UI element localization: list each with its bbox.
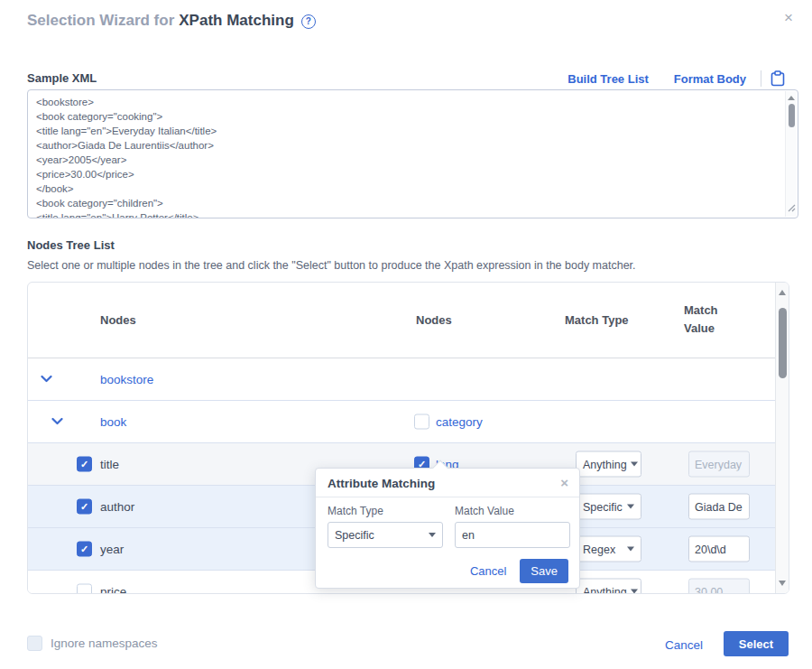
textarea-scrollbar[interactable] [785, 91, 797, 217]
xml-line: <book category="children"> [36, 196, 780, 210]
scroll-up-icon[interactable] [779, 290, 786, 295]
scrollbar-thumb[interactable] [779, 308, 787, 378]
match-type-label: Match Type [328, 505, 443, 517]
ignore-namespaces-control: Ignore namespaces [27, 636, 158, 651]
check-icon: ✓ [80, 544, 88, 554]
page-title: Selection Wizard forXPath Matching? [27, 12, 316, 30]
table-row-book: book category [28, 401, 789, 443]
match-type-select-author[interactable]: Specific [576, 494, 641, 520]
chevron-down-icon[interactable] [41, 376, 52, 384]
dialog-close-icon[interactable]: × [784, 10, 793, 25]
caret-down-icon [627, 505, 634, 509]
match-type-value: Anything [583, 585, 627, 594]
scroll-up-icon[interactable] [788, 96, 795, 100]
header-match-value: Match Value [684, 302, 725, 339]
popup-body: Match Type Specific Match Value [316, 497, 579, 548]
caret-down-icon [631, 462, 638, 467]
title-checkbox[interactable]: ✓ [77, 457, 92, 472]
match-type-select-price[interactable]: Anything [576, 579, 641, 595]
caret-down-icon [631, 590, 638, 594]
resize-handle-icon[interactable] [788, 200, 796, 216]
sample-xml-label: Sample XML [27, 71, 97, 85]
help-icon[interactable]: ? [301, 14, 316, 29]
node-label-year: year [100, 543, 124, 556]
year-checkbox[interactable]: ✓ [77, 542, 92, 557]
table-scrollbar[interactable] [775, 283, 789, 593]
match-value-label: Match Value [455, 505, 570, 517]
xml-line: <bookstore> [36, 95, 780, 109]
scroll-down-icon[interactable] [779, 581, 786, 586]
header-nodes-1: Nodes [100, 311, 136, 330]
node-link-bookstore[interactable]: bookstore [100, 373, 153, 386]
footer-cancel-link[interactable]: Cancel [665, 638, 703, 652]
ignore-namespaces-checkbox[interactable] [27, 636, 42, 651]
sample-xml-content: <bookstore> <book category="cooking"> <t… [28, 90, 798, 218]
author-checkbox[interactable]: ✓ [77, 499, 92, 515]
page-title-prefix: Selection Wizard for [27, 12, 174, 29]
caret-down-icon [627, 547, 634, 552]
match-value-input-price[interactable] [688, 579, 750, 595]
format-body-link[interactable]: Format Body [674, 72, 746, 86]
popup-cancel-link[interactable]: Cancel [470, 564, 506, 578]
match-type-value: Anything [583, 458, 627, 470]
popup-footer: Cancel Save [316, 548, 579, 583]
xml-line: <title lang="en">Harry Potter</title> [36, 210, 780, 218]
node-label-author: author [100, 500, 134, 514]
ignore-namespaces-label: Ignore namespaces [51, 636, 158, 650]
header-nodes-2: Nodes [416, 311, 452, 330]
match-type-value: Specific [583, 500, 623, 513]
sample-xml-actions: Build Tree List Format Body [567, 70, 785, 87]
table-row-bookstore: bookstore [28, 358, 789, 401]
popup-match-value-input[interactable] [455, 522, 570, 548]
header-match-type: Match Type [565, 311, 629, 330]
check-icon: ✓ [80, 460, 88, 469]
scrollbar-thumb[interactable] [789, 104, 795, 127]
xml-line: <book category="cooking"> [36, 109, 780, 124]
popup-title: Attribute Matching [328, 477, 435, 490]
check-icon: ✓ [80, 502, 88, 512]
xml-line: </book> [36, 181, 780, 196]
price-checkbox[interactable] [77, 584, 92, 595]
popup-save-button[interactable]: Save [520, 559, 568, 583]
match-value-group: Match Value [455, 505, 570, 548]
category-checkbox[interactable] [414, 414, 429, 430]
match-type-group: Match Type Specific [328, 505, 443, 548]
popup-close-icon[interactable]: × [560, 475, 568, 490]
node-label-title: title [100, 458, 119, 471]
clipboard-icon[interactable] [770, 70, 785, 87]
xml-line: <title lang="en">Everyday Italian</title… [36, 124, 780, 138]
divider [761, 70, 761, 87]
xml-line: <price>30.00</price> [36, 167, 780, 181]
match-type-value: Regex [583, 543, 615, 555]
caret-down-icon [429, 533, 436, 537]
match-type-select-title[interactable]: Anything [576, 451, 641, 478]
sample-xml-textarea[interactable]: <bookstore> <book category="cooking"> <t… [27, 89, 798, 218]
xml-line: <year>2005</year> [36, 153, 780, 167]
nodes-tree-list-title: Nodes Tree List [27, 238, 115, 252]
match-value-input-year[interactable] [688, 536, 750, 562]
node-label-price: price [100, 585, 126, 595]
nodes-tree-list-description: Select one or multiple nodes in the tree… [27, 259, 636, 272]
chevron-down-icon[interactable] [51, 418, 63, 426]
popup-match-type-select[interactable]: Specific [328, 522, 443, 548]
popup-header: Attribute Matching × [316, 469, 579, 497]
attribute-matching-popup: Attribute Matching × Match Type Specific… [315, 468, 580, 589]
match-value-input-author[interactable] [688, 494, 750, 520]
match-type-select-year[interactable]: Regex [576, 536, 641, 562]
xml-line: <author>Giada De Laurentiis</author> [36, 138, 780, 153]
attr-link-category[interactable]: category [436, 415, 483, 429]
page-title-main: XPath Matching [179, 12, 294, 29]
table-header-row: Nodes Nodes Match Type Match Value [28, 283, 789, 358]
node-link-book[interactable]: book [100, 415, 126, 429]
match-type-value: Specific [335, 529, 374, 542]
footer-select-button[interactable]: Select [724, 631, 789, 656]
match-value-input-title[interactable] [688, 451, 750, 478]
build-tree-list-link[interactable]: Build Tree List [567, 72, 649, 86]
